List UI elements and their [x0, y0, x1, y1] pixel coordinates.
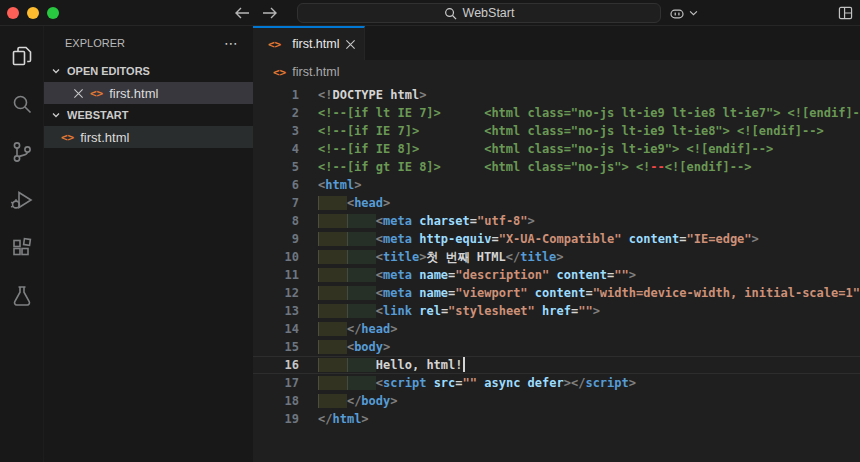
code-text: <meta name="viewport" content="width=dev… [299, 284, 860, 302]
code-token: title [520, 250, 556, 264]
command-center-label: WebStart [463, 6, 515, 20]
indent-guide [347, 286, 376, 300]
code-line[interactable]: 10 <title>첫 번째 HTML</title> [253, 248, 860, 266]
command-center-search[interactable]: WebStart [297, 3, 661, 23]
code-token: href [542, 304, 571, 318]
explorer-icon[interactable] [0, 32, 43, 80]
editor-group: <> first.html <> first.html 1<!DOCTYPE h… [253, 26, 860, 462]
code-token: > [752, 232, 759, 246]
code-token: title [383, 250, 419, 264]
code-token: = [491, 232, 498, 246]
section-open-editors[interactable]: OPEN EDITORS [44, 60, 253, 82]
code-token: > [361, 412, 368, 426]
testing-icon[interactable] [0, 272, 43, 320]
html-file-icon: <> [273, 66, 286, 79]
line-number: 11 [253, 266, 299, 284]
source-control-icon[interactable] [0, 128, 43, 176]
tree-item-first-html[interactable]: <> first.html [44, 126, 253, 148]
code-token: "utf-8" [477, 214, 528, 228]
code-token: content [535, 286, 586, 300]
code-line[interactable]: 12 <meta name="viewport" content="width=… [253, 284, 860, 302]
code-line[interactable]: 3<!--[if IE 7]> <html class="no-js lt-ie… [253, 122, 860, 140]
code-line[interactable]: 7 <head> [253, 194, 860, 212]
code-line[interactable]: 4<!--[if IE 8]> <html class="no-js lt-ie… [253, 140, 860, 158]
code-text: <meta http-equiv="X-UA-Compatible" conte… [299, 230, 759, 248]
code-token: "width=device-width, initial-scale=1" [593, 286, 860, 300]
more-actions-icon[interactable]: ⋯ [224, 35, 239, 51]
code-line[interactable]: 15 <body> [253, 338, 860, 356]
code-token: content [556, 268, 607, 282]
code-token: > [383, 340, 390, 354]
code-token: "viewport" [455, 286, 527, 300]
code-line[interactable]: 13 <link rel="stylesheet" href=""> [253, 302, 860, 320]
code-line[interactable]: 11 <meta name="description" content=""> [253, 266, 860, 284]
close-window-button[interactable] [7, 7, 19, 19]
code-line[interactable]: 18 </body> [253, 392, 860, 410]
code-token [520, 376, 527, 390]
code-line[interactable]: 14 </head> [253, 320, 860, 338]
code-line[interactable]: 16 Hello, html! [253, 356, 860, 374]
open-editor-file-label: first.html [109, 86, 158, 101]
activity-bar [0, 26, 43, 462]
code-token: <![endif]--> [665, 160, 752, 174]
zoom-window-button[interactable] [47, 7, 59, 19]
code-line[interactable]: 5<!--[if gt IE 8]> <html class="no-js"> … [253, 158, 860, 176]
code-token: "IE=edge" [687, 232, 752, 246]
copilot-icon[interactable] [668, 5, 686, 21]
navigate-back-icon[interactable] [234, 6, 250, 20]
code-text: <!--[if IE 8]> <html class="no-js lt-ie9… [299, 140, 773, 158]
customize-layout-icon[interactable] [838, 0, 853, 26]
code-token: < [376, 268, 383, 282]
code-token: head [354, 196, 383, 210]
code-token: = [585, 286, 592, 300]
line-number: 7 [253, 194, 299, 212]
open-editor-item-first-html[interactable]: <> first.html [44, 82, 253, 104]
close-editor-icon[interactable] [70, 88, 86, 99]
code-line[interactable]: 17 <script src="" async defer></script> [253, 374, 860, 392]
line-number: 12 [253, 284, 299, 302]
code-text: </head> [299, 320, 398, 338]
tree-file-label: first.html [80, 130, 129, 145]
code-line[interactable]: 8 <meta charset="utf-8"> [253, 212, 860, 230]
code-token [528, 286, 535, 300]
code-token: > [629, 268, 636, 282]
code-token: </ [347, 322, 361, 336]
code-token: <!--[if gt IE 8]> <html class="no-js"> <… [318, 160, 650, 174]
code-token: < [376, 214, 383, 228]
code-token: DOCTYPE html [332, 88, 419, 102]
html-file-icon: <> [90, 87, 103, 100]
navigate-forward-icon[interactable] [262, 6, 278, 20]
code-token: 첫 번째 HTML [426, 250, 505, 264]
indent-guide [318, 358, 347, 372]
close-tab-icon[interactable] [345, 39, 356, 50]
code-token: http-equiv [419, 232, 491, 246]
search-view-icon[interactable] [0, 80, 43, 128]
indent-guide [318, 304, 347, 318]
code-token: -- [650, 160, 664, 174]
code-line[interactable]: 1<!DOCTYPE html> [253, 86, 860, 104]
indent-guide [347, 304, 376, 318]
run-and-debug-icon[interactable] [0, 176, 43, 224]
section-webstart[interactable]: WEBSTART [44, 104, 253, 126]
code-token: body [361, 394, 390, 408]
code-token: > [390, 322, 397, 336]
code-line[interactable]: 6<html> [253, 176, 860, 194]
chevron-down-icon [48, 107, 64, 123]
code-line[interactable]: 9 <meta http-equiv="X-UA-Compatible" con… [253, 230, 860, 248]
code-token: > [593, 304, 600, 318]
indent-guide [318, 268, 347, 282]
code-token: "" [578, 304, 592, 318]
minimize-window-button[interactable] [27, 7, 39, 19]
code-text: <!--[if IE 7]> <html class="no-js lt-ie9… [299, 122, 824, 140]
code-line[interactable]: 19</html> [253, 410, 860, 428]
code-token: < [376, 232, 383, 246]
breadcrumb[interactable]: <> first.html [253, 60, 860, 84]
extensions-icon[interactable] [0, 224, 43, 272]
code-token: html [332, 412, 361, 426]
code-text: <link rel="stylesheet" href=""> [299, 302, 600, 320]
code-line[interactable]: 2<!--[if lt IE 7]> <html class="no-js lt… [253, 104, 860, 122]
code-token: </ [347, 394, 361, 408]
code-token: script [383, 376, 426, 390]
tab-first-html[interactable]: <> first.html [253, 26, 365, 60]
copilot-chevron-down-icon[interactable] [689, 10, 698, 16]
